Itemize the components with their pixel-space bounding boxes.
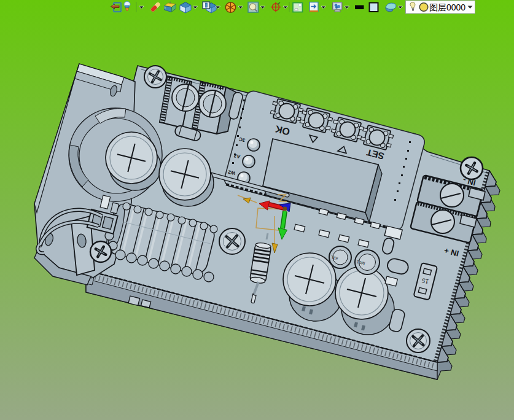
- svg-text:图层0000: 图层0000: [429, 2, 465, 12]
